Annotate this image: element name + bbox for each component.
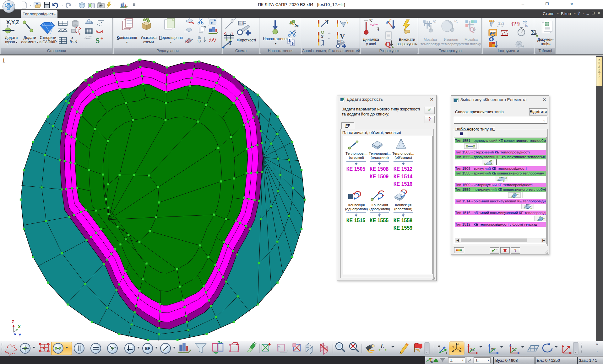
svg-text:№: №	[198, 36, 201, 39]
svg-text:L: L	[380, 343, 384, 349]
svg-text:t: t	[523, 46, 524, 50]
svg-text:tc: tc	[525, 24, 528, 27]
svg-text:Y: Y	[19, 333, 21, 337]
svg-text:Q: Q	[469, 25, 475, 33]
svg-text:1,2...: 1,2...	[197, 40, 204, 43]
svg-text:S: S	[95, 36, 100, 45]
svg-text:XY: XY	[491, 347, 496, 351]
svg-text:{?!}: {?!}	[511, 21, 520, 26]
svg-text:Q: Q	[385, 40, 391, 48]
svg-text:X: X	[459, 347, 461, 350]
svg-text:Z: Z	[12, 319, 14, 324]
svg-text:+: +	[100, 35, 103, 41]
svg-text:T: T	[325, 19, 329, 25]
svg-text:t: t	[378, 28, 379, 32]
svg-text:X,Y,Z: X,Y,Z	[6, 19, 19, 25]
svg-text:Y: Y	[452, 345, 454, 349]
svg-text:№: №	[430, 360, 433, 363]
svg-text:x: x	[321, 34, 323, 39]
svg-text:z=: z=	[71, 35, 75, 39]
svg-text:t°: t°	[389, 19, 392, 22]
svg-text:12): 12)	[498, 21, 504, 26]
svg-text:°C: °C	[433, 20, 436, 24]
svg-text:YZ: YZ	[512, 347, 516, 351]
svg-text:Z: Z	[458, 342, 459, 345]
svg-text:°C: °C	[454, 20, 458, 24]
svg-text:°C: °C	[369, 19, 372, 22]
svg-text:f(x,y): f(x,y)	[70, 39, 77, 43]
svg-text:+: +	[222, 45, 225, 50]
svg-text:№: №	[295, 23, 299, 28]
svg-text:Σ: Σ	[531, 28, 536, 36]
svg-text:X: X	[18, 324, 21, 329]
svg-text:T: T	[229, 40, 232, 46]
svg-text:XZ: XZ	[470, 347, 475, 351]
svg-text:EF: EF	[237, 19, 246, 27]
